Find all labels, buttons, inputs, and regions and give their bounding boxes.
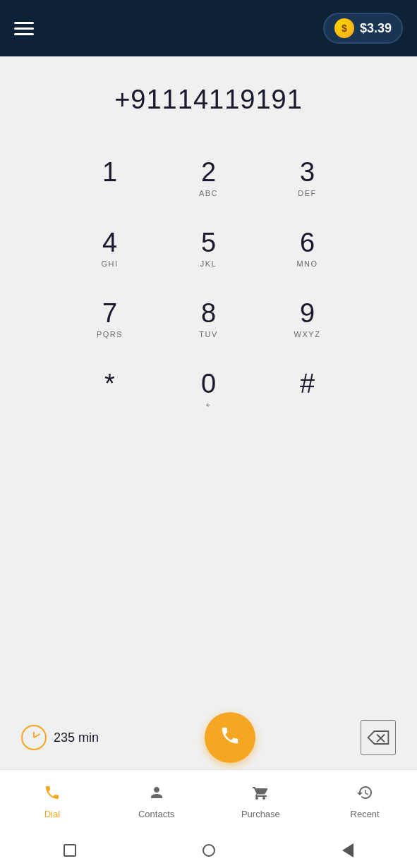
- dial-key-8[interactable]: 8TUV: [159, 284, 258, 355]
- key-main-digit: 9: [300, 299, 315, 329]
- timer-info: 235 min: [21, 725, 99, 750]
- key-sub-letters: DEF: [298, 189, 317, 199]
- phone-display: +91114119191: [0, 56, 417, 129]
- phone-icon: [219, 725, 241, 751]
- key-main-digit: 4: [102, 228, 117, 258]
- dial-icon: [44, 784, 61, 805]
- dial-key-2[interactable]: 2ABC: [159, 143, 258, 214]
- contacts-icon: [148, 784, 165, 805]
- android-home-button[interactable]: [202, 843, 216, 857]
- balance-text: $3.39: [360, 21, 392, 36]
- nav-label-purchase: Purchase: [241, 809, 280, 819]
- android-square-button[interactable]: [63, 843, 77, 857]
- dialpad-container: 12ABC3DEF4GHI5JKL6MNO7PQRS8TUV9WXYZ*0+#: [0, 129, 417, 706]
- key-sub-letters: +: [206, 401, 212, 410]
- recent-icon: [356, 784, 373, 805]
- nav-label-contacts: Contacts: [138, 809, 174, 819]
- dial-key-6[interactable]: 6MNO: [258, 214, 357, 284]
- key-sub-letters: PQRS: [97, 330, 123, 340]
- clock-icon: [21, 725, 47, 750]
- phone-number[interactable]: +91114119191: [14, 85, 403, 115]
- key-sub-letters: JKL: [200, 259, 217, 269]
- key-sub-letters: GHI: [101, 259, 118, 269]
- dial-key-star[interactable]: *: [61, 355, 159, 425]
- key-main-digit: #: [300, 369, 315, 399]
- call-button[interactable]: [205, 712, 255, 763]
- nav-label-recent: Recent: [351, 809, 380, 819]
- minutes-display: 235 min: [54, 731, 99, 745]
- key-main-digit: 8: [201, 299, 216, 329]
- nav-item-dial[interactable]: Dial: [17, 784, 87, 819]
- key-main-digit: 5: [201, 228, 216, 258]
- header: $ $3.39: [0, 0, 417, 56]
- hamburger-menu-button[interactable]: [14, 22, 34, 35]
- coin-icon: $: [334, 18, 354, 38]
- nav-item-purchase[interactable]: Purchase: [225, 784, 296, 819]
- android-back-button[interactable]: [341, 843, 355, 857]
- nav-item-recent[interactable]: Recent: [330, 784, 400, 819]
- balance-badge[interactable]: $ $3.39: [323, 13, 403, 44]
- dial-key-1[interactable]: 1: [61, 143, 159, 214]
- key-main-digit: 0: [201, 369, 216, 399]
- dialpad-grid: 12ABC3DEF4GHI5JKL6MNO7PQRS8TUV9WXYZ*0+#: [61, 143, 357, 425]
- nav-item-contacts[interactable]: Contacts: [121, 784, 192, 819]
- dial-key-0[interactable]: 0+: [159, 355, 258, 425]
- android-nav-bar: [0, 833, 417, 868]
- dial-key-7[interactable]: 7PQRS: [61, 284, 159, 355]
- key-main-digit: 1: [102, 158, 117, 188]
- bottom-nav: Dial Contacts Purchase Recent: [0, 769, 417, 833]
- key-main-digit: 6: [300, 228, 315, 258]
- key-sub-letters: MNO: [296, 259, 318, 269]
- backspace-button[interactable]: [361, 720, 396, 755]
- nav-label-dial: Dial: [44, 809, 60, 819]
- dial-key-hash[interactable]: #: [258, 355, 357, 425]
- key-main-digit: *: [104, 369, 115, 399]
- key-sub-letters: WXYZ: [294, 330, 321, 340]
- key-sub-letters: TUV: [199, 330, 218, 340]
- dial-key-3[interactable]: 3DEF: [258, 143, 357, 214]
- key-sub-letters: ABC: [199, 189, 218, 199]
- key-main-digit: 7: [102, 299, 117, 329]
- dial-key-9[interactable]: 9WXYZ: [258, 284, 357, 355]
- key-main-digit: 3: [300, 158, 315, 188]
- action-bar: 235 min: [0, 706, 417, 769]
- cart-icon: [252, 784, 269, 805]
- key-main-digit: 2: [201, 158, 216, 188]
- dial-key-5[interactable]: 5JKL: [159, 214, 258, 284]
- dial-key-4[interactable]: 4GHI: [61, 214, 159, 284]
